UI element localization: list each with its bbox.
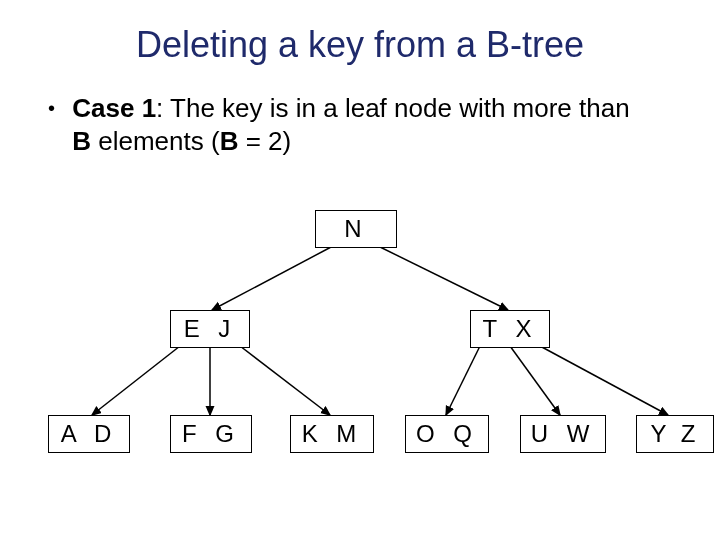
svg-line-6 — [510, 346, 560, 415]
node-fg: F G — [170, 415, 252, 453]
node-tx: T X — [470, 310, 550, 348]
svg-line-7 — [540, 346, 668, 415]
bullet-b2: B — [220, 126, 239, 156]
svg-line-0 — [212, 246, 333, 310]
node-oq: O Q — [405, 415, 489, 453]
node-root: N — [315, 210, 397, 248]
bullet-b1: B — [72, 126, 91, 156]
case-label: Case 1 — [72, 93, 156, 123]
svg-line-4 — [240, 346, 330, 415]
btree-diagram: N E J T X A D F G K M O Q U W Y Z — [0, 210, 720, 510]
bullet-marker: • — [48, 96, 55, 121]
node-ad: A D — [48, 415, 130, 453]
svg-line-2 — [92, 346, 180, 415]
bullet-text: Case 1: The key is in a leaf node with m… — [72, 92, 652, 157]
svg-line-5 — [446, 346, 480, 415]
bullet-frag-1: : The key is in a leaf node with more th… — [156, 93, 630, 123]
bullet-frag-2: elements ( — [91, 126, 220, 156]
svg-line-1 — [378, 246, 508, 310]
bullet-case1: • Case 1: The key is in a leaf node with… — [48, 92, 680, 157]
node-yz: Y Z — [636, 415, 714, 453]
tree-edges — [0, 210, 720, 510]
node-km: K M — [290, 415, 374, 453]
bullet-frag-3: = 2) — [238, 126, 291, 156]
node-uw: U W — [520, 415, 606, 453]
node-ej: E J — [170, 310, 250, 348]
slide-title: Deleting a key from a B-tree — [0, 24, 720, 66]
